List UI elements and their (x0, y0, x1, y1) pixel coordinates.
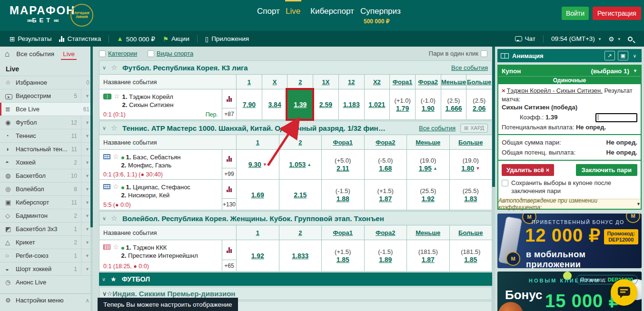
odds-cell[interactable]: 1.69 (236, 180, 279, 210)
sidebar-item-videostream[interactable]: ▶Видеострим5▼ (0, 89, 93, 102)
odds-cell[interactable]: 2.59 (313, 89, 338, 119)
column-header[interactable]: Фора1 (321, 225, 364, 240)
event-name-cell[interactable]: ☆ 1. Тэджон Корейл 2. Сихын Ситизен 0:1 … (99, 89, 222, 119)
one-click-bet-toggle[interactable]: Пари в один клик (429, 50, 487, 57)
stake-input[interactable] (595, 113, 637, 122)
event-name-cell[interactable]: ☆ 1. Баэс, Себастьян 2. Монфис, Гаэль 0:… (99, 150, 222, 179)
chevron-down-icon[interactable]: ∨ (631, 53, 638, 58)
jackpot-link[interactable]: ▲500 000 ₽ (117, 35, 155, 43)
sidebar-item-esports[interactable]: ▣Киберспорт11▼ (0, 195, 93, 209)
odds-cell[interactable]: 7.90 (236, 89, 262, 119)
expand-icon[interactable]: ↗ (604, 51, 615, 60)
collapse-chevron-icon[interactable]: ∨ (102, 290, 107, 297)
stats-chart-button[interactable] (222, 150, 236, 168)
group-header-football[interactable]: ∨ ★ ФУТБОЛ (99, 272, 492, 286)
checkbox[interactable] (481, 50, 487, 57)
odds-cell[interactable]: 1.833 (279, 240, 322, 271)
odds-cell[interactable]: 1.053▲ (279, 150, 322, 179)
nav-superprize[interactable]: Суперприз (360, 7, 401, 16)
column-header[interactable]: 1X (313, 75, 338, 89)
odds-cell[interactable]: 9.30▼ (236, 150, 279, 179)
time-selector[interactable]: 09:54 (GMT+3)▾ (551, 35, 601, 42)
sidebar-item-announce-live[interactable]: ◷Анонс Live (0, 275, 93, 289)
register-button[interactable]: Регистрация (593, 7, 641, 20)
column-header[interactable]: 2 (279, 225, 322, 240)
more-markets-button[interactable]: +65 (222, 260, 236, 271)
nav-sport[interactable]: Спорт (257, 7, 280, 16)
sidebar-scrollbar[interactable] (90, 47, 93, 311)
star-icon[interactable]: ☆ (111, 124, 122, 132)
sidebar-item-basketball[interactable]: ◍Баскетбол10▼ (0, 169, 93, 182)
checkbox[interactable] (99, 50, 106, 57)
filter-categories[interactable]: Категории (99, 50, 137, 57)
column-header[interactable]: 2 (279, 135, 322, 149)
star-icon[interactable]: ☆ (113, 243, 119, 260)
odds-cell[interactable]: (+1.0)1.79 (389, 89, 415, 119)
column-header[interactable]: Фора2 (364, 135, 407, 149)
odds-cell[interactable]: 1.92 (236, 240, 279, 271)
collapse-chevron-icon[interactable]: ∨ (102, 65, 111, 71)
column-header[interactable]: Фора2 (364, 225, 407, 240)
bet-slip-header[interactable]: Купон (выбрано 1) ▼ (498, 66, 641, 76)
odds-cell[interactable]: (2.5)2.06 (466, 89, 492, 119)
stats-chart-button[interactable] (222, 240, 236, 260)
filter-sports[interactable]: Виды спорта (148, 50, 193, 57)
column-header[interactable]: 12 (338, 75, 364, 89)
column-header[interactable]: Больше (449, 135, 492, 149)
column-header[interactable]: 2 (287, 75, 313, 89)
promos-link[interactable]: ⚑Акции (163, 35, 189, 43)
star-icon[interactable]: ☆ (107, 290, 113, 297)
login-button[interactable]: Войти (562, 7, 589, 20)
column-header[interactable]: Фора1 (389, 75, 415, 89)
column-header[interactable]: Меньше (406, 225, 449, 240)
brand-logo[interactable]: МАРАФОН »» БЕТ «« (10, 4, 75, 24)
statistics-link[interactable]: Статистика (59, 35, 101, 42)
sidebar-item-favorites[interactable]: ☆Избранное0 (0, 76, 93, 89)
column-header[interactable]: X (262, 75, 287, 89)
odds-cell[interactable]: (-1.0)1.90 (415, 89, 441, 119)
sidebar-item-table-tennis[interactable]: ◑Настольный тен...11▼ (0, 142, 93, 156)
column-header[interactable]: 1 (236, 75, 262, 89)
bet-match-link[interactable]: Тэджон Корейл - Сихын Ситизен. (507, 87, 603, 94)
column-header[interactable]: 1 (236, 135, 279, 149)
column-header[interactable]: 1 (236, 225, 279, 240)
more-markets-button[interactable]: +99 (222, 168, 236, 179)
tab-all-events[interactable]: Все события (16, 50, 54, 58)
column-header[interactable]: Меньше (441, 75, 466, 89)
results-link[interactable]: ⊞Результаты (10, 35, 51, 43)
sidebar-item-cricket[interactable]: △Крикет2▼ (0, 235, 93, 249)
odds-cell[interactable]: (+1.5)1.85 (321, 240, 364, 271)
star-icon[interactable]: ☆ (113, 153, 119, 169)
event-name-cell[interactable]: ☆ 1. Тэджон ККК 2. Престиже Интернейшнл … (99, 240, 222, 271)
mobile-app-banner[interactable]: М М М ПРИВЕТСТВЕННЫЙ БОНУС ДО 12 000 ₽ П… (497, 214, 642, 268)
odds-cell[interactable]: 3.84 (262, 89, 287, 119)
stats-chart-button[interactable] (222, 180, 236, 198)
collapse-chevron-icon[interactable]: ∨ (102, 215, 111, 222)
sidebar-item-hockey[interactable]: ◓Хоккей2▼ (0, 156, 93, 169)
checkbox[interactable] (148, 50, 154, 57)
sidebar-item-all-live[interactable]: ≣Все Live61 (0, 102, 93, 116)
odds-cell[interactable]: (19.0)1.80▼ (449, 150, 492, 179)
column-header[interactable]: Фора1 (321, 135, 364, 149)
star-filled-icon[interactable]: ★ (110, 275, 122, 283)
all-events-link[interactable]: Все события (451, 64, 488, 71)
checkbox[interactable] (502, 180, 508, 186)
column-header[interactable]: Фора2 (415, 75, 441, 89)
delete-all-button[interactable]: Удалить всё × (502, 164, 554, 176)
odds-cell[interactable]: (19.0)1.95▲ (406, 150, 449, 179)
column-header[interactable]: Меньше (406, 135, 449, 149)
column-header[interactable]: X2 (364, 75, 390, 89)
star-icon[interactable]: ☆ (111, 63, 122, 72)
odds-cell[interactable]: 2.15 (279, 180, 322, 210)
odds-cell-highlighted[interactable]: 1.39 (287, 89, 313, 119)
sidebar-item-basketball3x3[interactable]: ◩Баскетбол 3х31▼ (0, 222, 93, 235)
search-button[interactable] (628, 37, 634, 41)
all-events-link[interactable]: Все события (419, 125, 456, 132)
support-chat-button[interactable] (611, 279, 637, 306)
remove-bet-icon[interactable]: × (502, 87, 505, 94)
place-bet-button[interactable]: Заключить пари (576, 164, 637, 176)
column-header[interactable]: Больше (466, 75, 492, 89)
event-name-cell[interactable]: ☆ 1. Циципас, Стефанос 2. Нисикори, Кей … (99, 180, 222, 210)
sidebar-item-short-hockey[interactable]: ◒Шорт хоккей1▼ (0, 262, 93, 275)
sidebar-item-tennis[interactable]: ◔Теннис11▼ (0, 129, 93, 142)
